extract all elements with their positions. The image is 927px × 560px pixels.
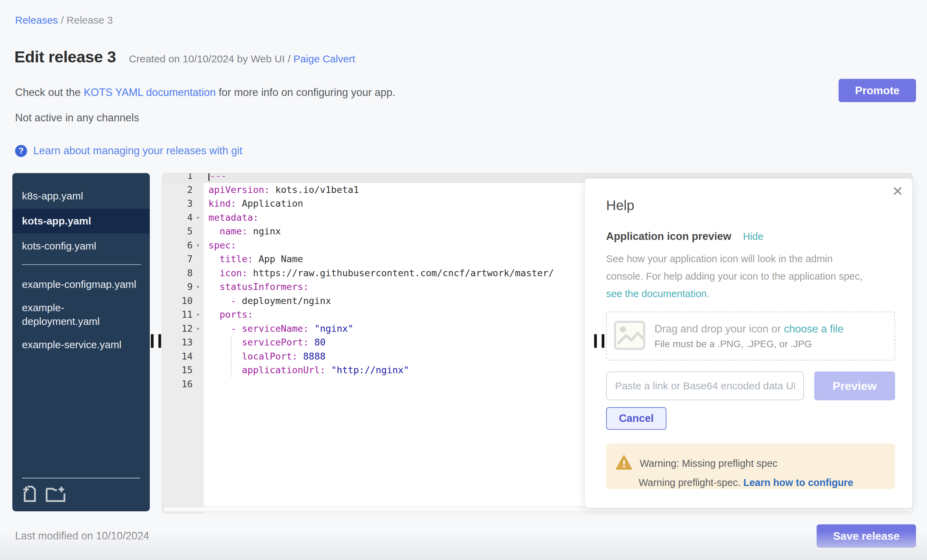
line-number: 2 <box>162 183 193 197</box>
file-item[interactable]: example-deployment.yaml <box>12 297 150 332</box>
file-item[interactable]: example-configmap.yaml <box>12 274 150 295</box>
indent-guide <box>231 335 231 349</box>
line-number: 15 <box>162 363 193 377</box>
breadcrumb-releases-link[interactable]: Releases <box>15 14 58 26</box>
git-help-row: ? Learn about managing your releases wit… <box>15 145 242 157</box>
fold-arrow-icon[interactable]: ▾ <box>193 211 203 225</box>
created-line: Created on 10/10/2024 by Web UI / Paige … <box>129 53 355 65</box>
author-link[interactable]: Paige Calvert <box>293 53 355 64</box>
last-modified-text: Last modified on 10/10/2024 <box>15 530 149 542</box>
sidebar-bottom-divider <box>22 478 140 478</box>
fold-spacer <box>193 294 203 308</box>
page-title: Edit release 3 <box>14 47 116 66</box>
intro-text: Check out the KOTS YAML documentation fo… <box>15 87 395 99</box>
close-icon[interactable]: ✕ <box>892 184 903 199</box>
warning-configure-link[interactable]: Learn how to configure <box>743 477 853 488</box>
file-item[interactable]: kots-app.yaml <box>12 209 150 234</box>
file-sidebar: k8s-app.yamlkots-app.yamlkots-config.yam… <box>12 173 150 511</box>
fold-spacer <box>193 363 203 377</box>
file-group-divider <box>22 264 141 265</box>
intro-pre: Check out the <box>15 87 84 99</box>
file-type-hint: File must be a .PNG, .JPEG, or .JPG <box>655 338 843 349</box>
warning-text: Warning preflight-spec. <box>639 477 743 488</box>
fold-spacer <box>193 173 203 183</box>
file-item[interactable]: k8s-app.yaml <box>12 185 150 206</box>
line-number: 11 <box>162 308 193 322</box>
cancel-button[interactable]: Cancel <box>606 407 666 430</box>
icon-dropzone[interactable]: Drag and drop your icon or choose a file… <box>606 311 895 361</box>
indent-guide <box>231 363 231 377</box>
breadcrumb: Releases / Release 3 <box>15 14 113 26</box>
line-number: 14 <box>162 349 193 364</box>
icon-url-input[interactable] <box>606 372 804 400</box>
sidebar-resize-handle[interactable] <box>151 334 161 348</box>
hide-link[interactable]: Hide <box>743 231 763 242</box>
help-description: See how your application icon will look … <box>606 250 895 303</box>
dropzone-text: Drag and drop your icon or <box>655 323 784 335</box>
new-file-icon[interactable] <box>22 485 38 504</box>
content-row: k8s-app.yamlkots-app.yamlkots-config.yam… <box>12 173 913 513</box>
question-circle-icon[interactable]: ? <box>15 145 27 157</box>
fold-arrow-icon[interactable]: ▾ <box>193 322 203 336</box>
description-line-2: console. For help adding your icon to th… <box>606 271 863 282</box>
promote-button[interactable]: Promote <box>839 79 916 102</box>
panel-resize-handle[interactable] <box>594 334 605 348</box>
indent-guide <box>231 349 231 364</box>
line-number: 6 <box>162 238 193 253</box>
warning-banner: Warning: Missing preflight spec Warning … <box>606 443 895 489</box>
fold-spacer <box>193 266 203 280</box>
fold-spacer <box>193 335 203 349</box>
fold-spacer <box>193 197 203 211</box>
warning-triangle-icon <box>616 455 632 472</box>
file-groups: k8s-app.yamlkots-app.yamlkots-config.yam… <box>12 185 150 355</box>
line-number: 13 <box>162 335 193 349</box>
fold-spacer <box>193 183 203 197</box>
new-folder-icon[interactable] <box>45 485 66 504</box>
fold-arrow-icon[interactable]: ▾ <box>193 238 203 253</box>
title-row: Edit release 3 Created on 10/10/2024 by … <box>14 47 355 66</box>
text-cursor <box>208 173 210 181</box>
file-item[interactable]: kots-config.yaml <box>12 235 150 257</box>
preview-button[interactable]: Preview <box>814 372 895 400</box>
fold-arrow-icon[interactable]: ▾ <box>193 308 203 322</box>
line-number: 5 <box>162 225 193 238</box>
line-number: 7 <box>162 252 193 266</box>
doc-link-period: . <box>707 288 709 299</box>
line-number: 1 <box>162 173 193 183</box>
kots-doc-link[interactable]: KOTS YAML documentation <box>84 87 216 99</box>
icon-preview-title: Application icon preview <box>606 230 731 243</box>
description-line-1: See how your application icon will look … <box>606 253 833 264</box>
channel-status: Not active in any channels <box>15 112 139 124</box>
line-number: 10 <box>162 294 193 308</box>
fold-spacer <box>193 252 203 266</box>
line-number: 9 <box>162 280 193 294</box>
fold-arrow-icon[interactable]: ▾ <box>193 280 203 294</box>
git-link[interactable]: Learn about managing your releases with … <box>33 145 242 157</box>
breadcrumb-separator: / <box>58 14 67 26</box>
line-number: 8 <box>162 266 193 280</box>
see-documentation-link[interactable]: see the documentation <box>606 288 707 299</box>
line-number: 4 <box>162 211 193 225</box>
fold-spacer <box>193 377 203 392</box>
fold-spacer <box>193 349 203 364</box>
sidebar-actions <box>12 478 150 511</box>
line-number: 12 <box>162 322 193 336</box>
file-item[interactable]: example-service.yaml <box>12 334 150 355</box>
line-number: 16 <box>162 377 193 392</box>
warning-title: Warning: Missing preflight spec <box>640 458 778 469</box>
line-number: 3 <box>162 197 193 211</box>
choose-file-link[interactable]: choose a file <box>784 323 843 335</box>
intro-post: for more info on configuring your app. <box>216 87 395 99</box>
help-panel: ✕ Help Application icon preview Hide See… <box>585 178 913 508</box>
image-placeholder-icon <box>614 320 646 352</box>
help-panel-title: Help <box>606 198 895 213</box>
created-text: Created on 10/10/2024 by Web UI / <box>129 53 293 64</box>
save-release-button[interactable]: Save release <box>817 524 916 548</box>
breadcrumb-current: Release 3 <box>67 14 113 26</box>
fold-spacer <box>193 225 203 238</box>
